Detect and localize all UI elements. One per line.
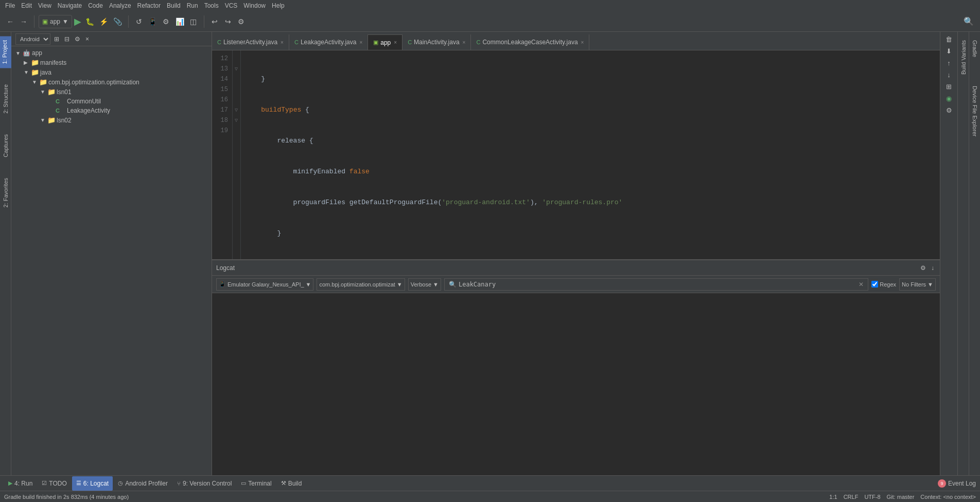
sidebar-tab-captures[interactable]: Captures	[1, 130, 10, 162]
project-view-dropdown[interactable]: Android Project	[15, 33, 50, 45]
tab-close-mainactivity[interactable]: ×	[463, 40, 466, 45]
tab-listeneractivity[interactable]: C ListenerActivity.java ×	[212, 34, 289, 50]
logcat-down-btn[interactable]: ↓	[946, 69, 952, 80]
menu-build[interactable]: Build	[164, 2, 184, 9]
tab-commonleakage[interactable]: C CommonLeakageCaseActivity.java ×	[471, 34, 589, 50]
logcat-up-btn[interactable]: ↑	[946, 58, 952, 68]
back-button[interactable]: ←	[4, 14, 16, 29]
clear-search-icon[interactable]: ✕	[859, 281, 864, 288]
tab-mainactivity[interactable]: C MainActivity.java ×	[402, 34, 471, 50]
logcat-content[interactable]	[212, 293, 940, 475]
menu-help[interactable]: Help	[269, 2, 288, 9]
tree-item-manifests[interactable]: ▶ 📁 manifests	[11, 58, 212, 67]
tree-label-lsn02: lsn02	[57, 117, 72, 124]
tab-close-app[interactable]: ×	[394, 40, 397, 45]
status-git[interactable]: Git: master	[887, 494, 915, 500]
logcat-config-btn[interactable]: ⚙	[944, 105, 954, 116]
bottom-tab-build[interactable]: ⚒ Build	[277, 476, 306, 491]
logcat-package-dropdown[interactable]: com.bpj.optimization.optimizat ▼	[317, 278, 405, 291]
layout-button[interactable]: ◫	[187, 14, 200, 29]
menu-refactor[interactable]: Refactor	[134, 2, 164, 9]
menu-run[interactable]: Run	[184, 2, 201, 9]
logcat-record-btn[interactable]: ◉	[944, 93, 953, 104]
logcat-download-btn[interactable]: ⬇	[944, 46, 953, 57]
tab-leakageactivity[interactable]: C LeakageActivity.java ×	[289, 34, 368, 50]
tree-item-java[interactable]: ▼ 📁 java	[11, 67, 212, 77]
logcat-search-box[interactable]: 🔍 ✕	[444, 278, 868, 291]
menu-navigate[interactable]: Navigate	[55, 2, 85, 9]
regex-checkbox[interactable]	[871, 281, 878, 288]
code-content[interactable]: } buildTypes { release { minifyEnabled f…	[241, 50, 940, 259]
fold-17[interactable]: ▽	[233, 105, 240, 115]
menu-window[interactable]: Window	[240, 2, 269, 9]
sync-button[interactable]: ↺	[133, 14, 145, 29]
tree-item-app[interactable]: ▼ 🤖 app	[11, 48, 212, 58]
fold-13[interactable]: ▽	[233, 64, 240, 74]
device-file-explorer-tab[interactable]: Device File Explorer	[970, 82, 979, 140]
status-charset[interactable]: UTF-8	[864, 494, 880, 500]
sidebar-tab-project[interactable]: 1: Project	[0, 36, 11, 68]
undo-button[interactable]: ↩	[208, 14, 221, 29]
bottom-tab-logcat[interactable]: ☰ 6: Logcat	[72, 476, 113, 491]
tab-app-gradle[interactable]: ▣ app ×	[368, 34, 402, 50]
coverage-button[interactable]: ⚡	[97, 14, 110, 29]
bottom-tab-terminal[interactable]: ▭ Terminal	[237, 476, 275, 491]
sidebar-tab-favorites[interactable]: 2: Favorites	[1, 174, 10, 211]
menu-file[interactable]: File	[2, 2, 18, 9]
toolbar-run-group: ▣ app ▼ ▶ 🐛 ⚡ 📎	[39, 14, 124, 29]
panel-sync-btn[interactable]: ⊞	[52, 35, 61, 43]
logcat-settings-btn[interactable]: ⚙	[919, 264, 927, 272]
gradle-tab[interactable]: Gradle	[970, 36, 979, 61]
logcat-loglevel-dropdown[interactable]: Verbose ▼	[408, 278, 441, 291]
line-num-19: 19	[215, 126, 228, 136]
tab-close-commonleakage[interactable]: ×	[581, 40, 584, 45]
project-panel: Android Project ⊞ ⊟ ⚙ × ▼ 🤖 app ▶ 📁 mani…	[11, 32, 212, 475]
logcat-filter-dropdown[interactable]: No Filters ▼	[899, 278, 936, 291]
status-line-ending[interactable]: CRLF	[844, 494, 859, 500]
bottom-tab-profiler[interactable]: ◷ Android Profiler	[114, 476, 172, 491]
logcat-regex-check[interactable]: Regex	[871, 281, 896, 288]
bottom-tab-run[interactable]: ▶ 4: Run	[4, 476, 37, 491]
fold-18[interactable]: ▽	[233, 115, 240, 126]
avd-button[interactable]: ⚙	[160, 14, 172, 29]
build-variants-tab[interactable]: Build Variants	[959, 36, 968, 79]
event-log-area[interactable]: 9 Event Log	[938, 479, 976, 488]
tab-close-leakageactivity[interactable]: ×	[359, 40, 362, 45]
logcat-search-input[interactable]	[459, 281, 856, 288]
panel-close-btn[interactable]: ×	[84, 35, 91, 43]
event-log-label[interactable]: Event Log	[948, 480, 976, 487]
logcat-clear-btn[interactable]: 🗑	[944, 34, 954, 45]
run-button[interactable]: ▶	[73, 16, 82, 27]
panel-settings-btn[interactable]: ⚙	[73, 35, 82, 43]
profile-button[interactable]: 📊	[173, 14, 186, 29]
logcat-wrap-btn[interactable]: ⊞	[944, 81, 953, 92]
bottom-tab-todo[interactable]: ☑ TODO	[38, 476, 71, 491]
tree-item-package[interactable]: ▼ 📁 com.bpj.optimization.optimization	[11, 77, 212, 87]
logcat-emulator-dropdown[interactable]: 📱 Emulator Galaxy_Nexus_API_ ▼	[216, 278, 313, 291]
menu-analyze[interactable]: Analyze	[106, 2, 134, 9]
run-config-dropdown[interactable]: ▣ app ▼	[39, 15, 72, 28]
tree-item-lsn02[interactable]: ▼ 📁 lsn02	[11, 115, 212, 125]
status-position[interactable]: 1:1	[829, 494, 837, 500]
menu-view[interactable]: View	[35, 2, 55, 9]
sdk-button[interactable]: 📱	[146, 14, 159, 29]
tree-item-leakageactivity[interactable]: C LeakageActivity	[11, 106, 212, 115]
logcat-scroll-btn[interactable]: ↓	[930, 264, 936, 272]
forward-button[interactable]: →	[18, 14, 30, 29]
tree-item-lsn01[interactable]: ▼ 📁 lsn01	[11, 87, 212, 97]
tree-item-commonutil[interactable]: C CommonUtil	[11, 97, 212, 106]
menu-tools[interactable]: Tools	[201, 2, 222, 9]
attach-button[interactable]: 📎	[111, 14, 124, 29]
redo-button[interactable]: ↪	[222, 14, 234, 29]
tab-close-listeneractivity[interactable]: ×	[281, 40, 284, 45]
settings-button[interactable]: ⚙	[235, 14, 248, 29]
code-editor[interactable]: 12 13 14 15 16 17 18 19 ▽ ▽ ▽ }	[212, 50, 940, 259]
search-everywhere-button[interactable]: 🔍	[961, 14, 976, 29]
menu-code[interactable]: Code	[85, 2, 106, 9]
menu-vcs[interactable]: VCS	[222, 2, 241, 9]
debug-button[interactable]: 🐛	[83, 14, 96, 29]
bottom-tab-vcs[interactable]: ⑂ 9: Version Control	[173, 476, 236, 491]
sidebar-tab-structure[interactable]: 2: Structure	[1, 80, 10, 118]
menu-edit[interactable]: Edit	[18, 2, 35, 9]
panel-collapse-btn[interactable]: ⊟	[63, 35, 71, 43]
